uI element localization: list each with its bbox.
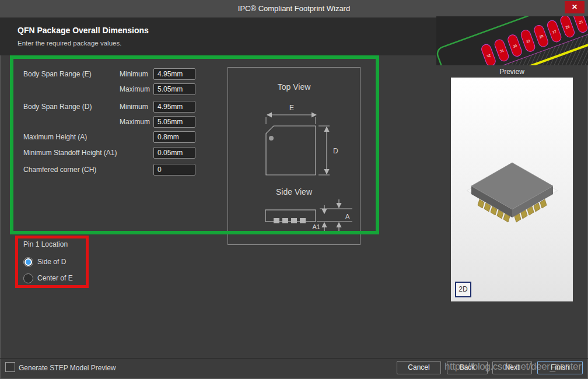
body-span-e-max-input[interactable] [153,83,195,95]
title-bar: IPC® Compliant Footprint Wizard ✕ [0,0,588,17]
page-title: QFN Package Overall Dimensions [18,26,149,35]
preview-viewport[interactable] [451,78,573,301]
radio-side-of-d[interactable] [23,257,33,267]
body-span-e-min-input[interactable] [153,68,195,80]
body-span-d-label: Body Span Range (D) [23,103,92,111]
body-span-d-min-label: Minimum [120,103,148,111]
2d-mode-button[interactable]: 2D [455,282,471,297]
body-span-e-max-label: Maximum [120,85,150,93]
radio-center-of-e-label: Center of E [37,274,73,282]
dim-a-label: A [345,213,350,220]
radio-center-of-e[interactable] [23,273,33,283]
back-button[interactable]: Back [447,361,488,374]
standoff-height-label: Minimum Standoff Height (A1) [23,149,117,157]
ipc-footprint-wizard-dialog: IPC® Compliant Footprint Wizard ✕ QFN Pa… [0,0,588,379]
max-height-input[interactable] [153,131,195,143]
dim-e-label: E [289,104,294,112]
page-subtitle: Enter the required package values. [18,40,121,47]
dim-a1-label: A1 [313,223,320,230]
body-span-d-min-input[interactable] [153,101,195,113]
top-view-title: Top View [278,82,311,92]
window-title: IPC® Compliant Footprint Wizard [0,4,588,13]
footer-divider [0,358,588,359]
finish-button[interactable]: Finish [537,361,583,374]
side-view-title: Side View [276,187,313,196]
body-span-e-min-label: Minimum [120,70,148,78]
body-span-d-max-label: Maximum [120,118,150,126]
radio-side-of-d-label: Side of D [37,258,66,266]
body-span-d-max-input[interactable] [153,116,195,128]
max-height-label: Maximum Height (A) [23,133,87,141]
pin1-location-title: Pin 1 Location [23,240,68,248]
package-dimension-diagram: Top View E D Side View [228,67,360,245]
dim-d-label: D [333,147,338,155]
chamfered-corner-label: Chamfered corner (CH) [23,166,96,174]
standoff-height-input[interactable] [153,147,195,159]
cancel-button[interactable]: Cancel [397,361,441,374]
close-icon[interactable]: ✕ [565,1,584,13]
chamfered-corner-input[interactable] [153,164,195,176]
preview-title: Preview [451,68,573,76]
pcb-footprint-artwork: 323130 292827 2625 12 [436,16,588,65]
next-button[interactable]: Next [492,361,532,374]
pin1-indicator-dot [269,136,274,141]
generate-step-checkbox[interactable] [5,362,15,372]
qfn-3d-render [460,155,565,224]
generate-step-label: Generate STEP Model Preview [19,364,116,372]
body-span-e-label: Body Span Range (E) [23,70,92,78]
